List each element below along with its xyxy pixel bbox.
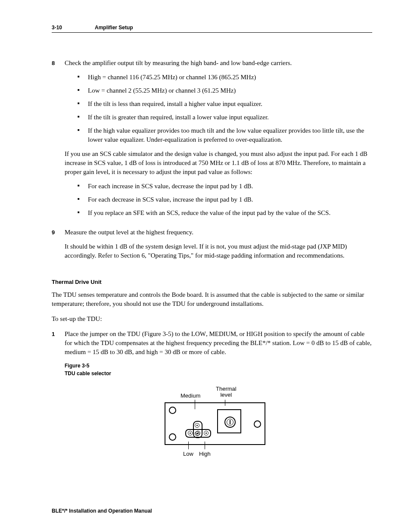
figure-label-thermal-level: Thermal level <box>216 386 237 398</box>
footer-manual-title: BLE*/* Installation and Operation Manual <box>52 507 152 515</box>
list-item: If the tilt is greater than required, in… <box>78 113 372 122</box>
list-item: If the high value equalizer provides too… <box>78 126 372 144</box>
list-item: For each decrease in SCS value, increase… <box>78 195 372 204</box>
mounting-hole-icon <box>169 433 176 441</box>
figure-label-medium: Medium <box>181 392 200 400</box>
step-text: Check the amplifier output tilt by measu… <box>65 59 372 68</box>
step-text: If you use an SCS cable simulator and th… <box>65 149 372 177</box>
list-item: If you replace an SFE with an SCS, reduc… <box>78 208 372 218</box>
step-number: 1 <box>52 330 65 473</box>
step-text: Measure the output level at the highest … <box>65 228 372 237</box>
step-8: 8 Check the amplifier output tilt by mea… <box>52 59 372 223</box>
step-number: 8 <box>52 59 65 223</box>
step-text: Place the jumper on the TDU (Figure 3-5)… <box>65 330 372 357</box>
list-item: For each increase in SCS value, decrease… <box>78 182 372 191</box>
step-number: 9 <box>52 228 65 265</box>
step-1: 1 Place the jumper on the TDU (Figure 3-… <box>52 330 372 473</box>
list-item: If the tilt is less than required, insta… <box>78 100 372 109</box>
jumper-pins <box>185 429 211 438</box>
mounting-hole-icon <box>169 407 176 414</box>
figure-caption: Figure 3-5 TDU cable selector <box>65 362 372 377</box>
list-item: Low = channel 2 (55.25 MHz) or channel 3… <box>78 86 372 95</box>
leader-line <box>188 442 189 449</box>
figure-label-high: High <box>199 450 211 458</box>
section-title: Amplifier Setup <box>95 24 133 31</box>
list-item: High = channel 116 (745.25 MHz) or chann… <box>78 73 372 82</box>
bullet-list: For each increase in SCS value, decrease… <box>65 182 372 218</box>
bullet-list: High = channel 116 (745.25 MHz) or chann… <box>65 73 372 144</box>
page: 3-10 Amplifier Setup 8 Check the amplifi… <box>0 0 411 532</box>
page-number: 3-10 <box>52 24 95 31</box>
header: 3-10 Amplifier Setup <box>52 24 372 33</box>
figure-3-5: Medium Thermal level <box>65 388 372 460</box>
subsection-title: Thermal Drive Unit <box>52 278 372 286</box>
body-text: The TDU senses temperature and controls … <box>52 290 372 308</box>
thermal-level-pot <box>217 409 241 433</box>
figure-label-low: Low <box>183 450 193 458</box>
step-text: It should be within 1 dB of the system d… <box>65 242 372 260</box>
tdu-board <box>165 402 265 445</box>
step-9: 9 Measure the output level at the highes… <box>52 228 372 265</box>
leader-line <box>205 442 205 449</box>
mounting-hole-icon <box>254 420 261 428</box>
body-text: To set-up the TDU: <box>52 314 372 324</box>
